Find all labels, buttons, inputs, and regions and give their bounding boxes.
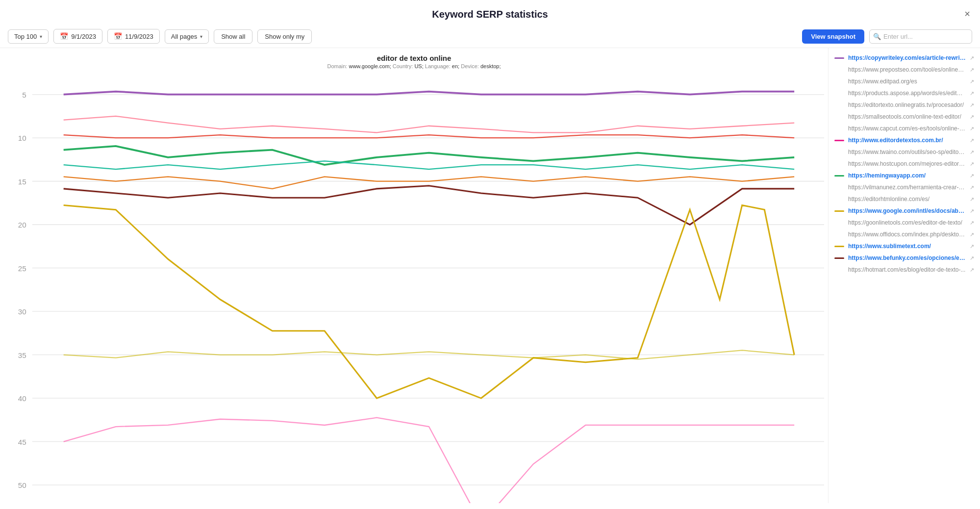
legend-color-swatch bbox=[834, 152, 844, 153]
legend-color-swatch bbox=[834, 187, 844, 188]
legend-url[interactable]: https://goonlinetools.com/es/editor-de-t… bbox=[848, 219, 966, 226]
close-button[interactable]: × bbox=[964, 9, 970, 19]
external-link-icon: ↗ bbox=[970, 196, 974, 203]
legend-color-swatch bbox=[834, 69, 844, 71]
calendar-icon: 📅 bbox=[60, 32, 68, 40]
chevron-down-icon: ▾ bbox=[200, 34, 202, 39]
list-item[interactable]: http://www.editordetextos.com.br/ ↗ bbox=[829, 134, 980, 146]
list-item[interactable]: https://copywriteley.com/es/article-rewr… bbox=[829, 52, 980, 64]
external-link-icon: ↗ bbox=[970, 90, 974, 97]
svg-text:20: 20 bbox=[18, 221, 26, 229]
external-link-icon: ↗ bbox=[970, 184, 974, 191]
external-link-icon: ↗ bbox=[970, 243, 974, 250]
external-link-icon: ↗ bbox=[970, 173, 974, 179]
main-content: editor de texto online Domain: www.googl… bbox=[0, 48, 980, 503]
external-link-icon: ↗ bbox=[970, 67, 974, 73]
legend-url[interactable]: http://www.editordetextos.com.br/ bbox=[848, 137, 966, 144]
top-100-dropdown[interactable]: Top 100 ▾ bbox=[8, 29, 49, 44]
legend-panel: https://copywriteley.com/es/article-rewr… bbox=[828, 48, 980, 503]
list-item[interactable]: https://hemingwayapp.com/ ↗ bbox=[829, 170, 980, 181]
list-item[interactable]: https://editortexto.onlinegratis.tv/proc… bbox=[829, 99, 980, 111]
show-all-button[interactable]: Show all bbox=[214, 29, 252, 44]
legend-url[interactable]: https://www.twaino.com/outils/seo-sp/edi… bbox=[848, 149, 966, 155]
svg-text:35: 35 bbox=[18, 351, 26, 359]
url-search-input[interactable] bbox=[869, 29, 972, 44]
legend-color-swatch bbox=[834, 128, 844, 129]
list-item[interactable]: https://www.editpad.org/es ↗ bbox=[829, 76, 980, 87]
chevron-down-icon: ▾ bbox=[40, 34, 42, 39]
legend-url[interactable]: https://copywriteley.com/es/article-rewr… bbox=[848, 54, 966, 61]
external-link-icon: ↗ bbox=[970, 231, 974, 238]
list-item[interactable]: https://hotmart.com/es/blog/editor-de-te… bbox=[829, 264, 980, 276]
view-snapshot-button[interactable]: View snapshot bbox=[802, 29, 864, 44]
chart-container[interactable]: 5 10 15 20 25 30 35 40 bbox=[4, 75, 824, 503]
svg-text:5: 5 bbox=[22, 91, 26, 99]
line-teal bbox=[64, 161, 794, 169]
list-item[interactable]: https://www.hostcupon.com/mejores-editor… bbox=[829, 158, 980, 170]
list-item[interactable]: https://goonlinetools.com/es/editor-de-t… bbox=[829, 217, 980, 229]
legend-url[interactable]: https://www.offidocs.com/index.php/deskt… bbox=[848, 231, 966, 238]
svg-text:15: 15 bbox=[18, 178, 26, 186]
legend-url[interactable]: https://editorhtmlonline.com/es/ bbox=[848, 196, 966, 203]
toolbar: Top 100 ▾ 📅 9/1/2023 📅 11/9/2023 All pag… bbox=[0, 25, 980, 48]
all-pages-dropdown[interactable]: All pages ▾ bbox=[165, 29, 209, 44]
external-link-icon: ↗ bbox=[970, 55, 974, 61]
calendar-icon: 📅 bbox=[114, 32, 122, 40]
legend-color-swatch bbox=[834, 93, 844, 94]
chart-meta: Domain: www.google.com; Country: US; Lan… bbox=[4, 63, 824, 69]
legend-url[interactable]: https://www.capcut.com/es-es/tools/onlin… bbox=[848, 125, 966, 132]
legend-color-swatch bbox=[834, 246, 844, 247]
external-link-icon: ↗ bbox=[970, 220, 974, 226]
legend-color-swatch bbox=[834, 257, 844, 259]
external-link-icon: ↗ bbox=[970, 102, 974, 108]
legend-url[interactable]: https://www.prepostseo.com/tool/es/onlin… bbox=[848, 66, 966, 73]
date-from-picker[interactable]: 📅 9/1/2023 bbox=[53, 29, 102, 44]
legend-color-swatch bbox=[834, 210, 844, 212]
external-link-icon: ↗ bbox=[970, 208, 974, 214]
modal-title: Keyword SERP statistics bbox=[432, 9, 548, 20]
list-item[interactable]: https://smallseotools.com/online-text-ed… bbox=[829, 111, 980, 123]
legend-url[interactable]: https://smallseotools.com/online-text-ed… bbox=[848, 113, 966, 120]
list-item[interactable]: https://www.twaino.com/outils/seo-sp/edi… bbox=[829, 146, 980, 158]
chart-title: editor de texto online Domain: www.googl… bbox=[4, 54, 824, 69]
legend-color-swatch bbox=[834, 222, 844, 224]
legend-url[interactable]: https://www.editpad.org/es bbox=[848, 78, 966, 85]
external-link-icon: ↗ bbox=[970, 161, 974, 167]
svg-text:25: 25 bbox=[18, 264, 26, 273]
list-item[interactable]: https://www.offidocs.com/index.php/deskt… bbox=[829, 229, 980, 240]
chart-svg[interactable]: 5 10 15 20 25 30 35 40 bbox=[4, 75, 824, 503]
legend-url[interactable]: https://www.hostcupon.com/mejores-editor… bbox=[848, 160, 966, 167]
legend-url[interactable]: https://products.aspose.app/words/es/edi… bbox=[848, 90, 966, 97]
chart-area: editor de texto online Domain: www.googl… bbox=[0, 48, 828, 503]
legend-url[interactable]: https://vilmanunez.com/herramienta-crear… bbox=[848, 184, 966, 191]
legend-url[interactable]: https://hotmart.com/es/blog/editor-de-te… bbox=[848, 266, 966, 273]
svg-text:50: 50 bbox=[18, 481, 26, 489]
list-item[interactable]: https://vilmanunez.com/herramienta-crear… bbox=[829, 181, 980, 193]
url-search-wrapper: 🔍 bbox=[869, 29, 972, 44]
device-value: desktop; bbox=[480, 63, 501, 69]
list-item[interactable]: https://products.aspose.app/words/es/edi… bbox=[829, 87, 980, 99]
show-only-my-button[interactable]: Show only my bbox=[257, 29, 312, 44]
legend-url[interactable]: https://editortexto.onlinegratis.tv/proc… bbox=[848, 102, 966, 108]
list-item[interactable]: https://www.capcut.com/es-es/tools/onlin… bbox=[829, 123, 980, 134]
list-item[interactable]: https://www.sublimetext.com/ ↗ bbox=[829, 240, 980, 252]
legend-url[interactable]: https://www.sublimetext.com/ bbox=[848, 243, 966, 250]
svg-text:30: 30 bbox=[18, 307, 26, 316]
list-item[interactable]: https://editorhtmlonline.com/es/ ↗ bbox=[829, 193, 980, 205]
line-befunky bbox=[64, 186, 794, 225]
legend-url[interactable]: https://www.befunky.com/es/opciones/edit… bbox=[848, 254, 966, 261]
date-to-picker[interactable]: 📅 11/9/2023 bbox=[107, 29, 160, 44]
external-link-icon: ↗ bbox=[970, 137, 974, 144]
external-link-icon: ↗ bbox=[970, 267, 974, 273]
line-editordetextos-br bbox=[64, 418, 794, 503]
country-value: US; bbox=[414, 63, 423, 69]
legend-url[interactable]: https://www.google.com/intl/es/docs/abou… bbox=[848, 207, 966, 214]
list-item[interactable]: https://www.google.com/intl/es/docs/abou… bbox=[829, 205, 980, 217]
modal-header: Keyword SERP statistics × bbox=[0, 0, 980, 25]
legend-color-swatch bbox=[834, 104, 844, 106]
svg-text:40: 40 bbox=[18, 394, 26, 403]
legend-url[interactable]: https://hemingwayapp.com/ bbox=[848, 172, 966, 179]
list-item[interactable]: https://www.befunky.com/es/opciones/edit… bbox=[829, 252, 980, 264]
legend-color-swatch bbox=[834, 57, 844, 59]
list-item[interactable]: https://www.prepostseo.com/tool/es/onlin… bbox=[829, 64, 980, 76]
